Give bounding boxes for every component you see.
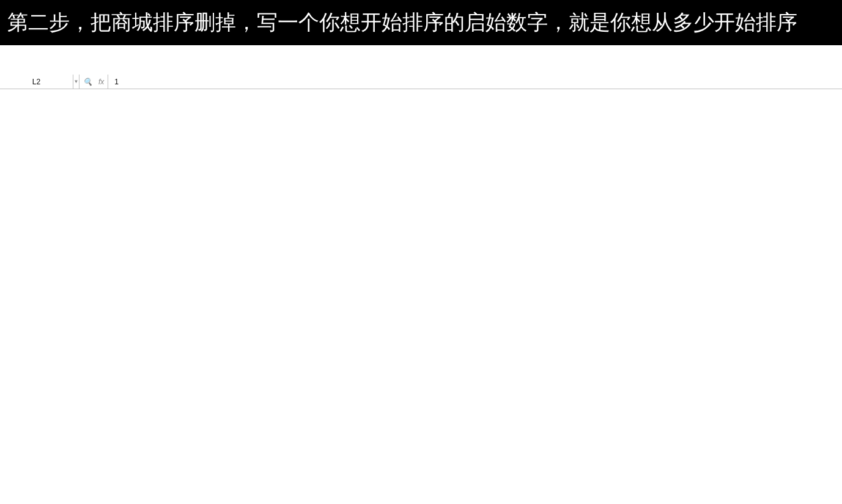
formula-bar: L2 ▼ 🔍 fx 1: [0, 75, 842, 89]
name-box[interactable]: L2: [0, 75, 73, 89]
instruction-banner: 第二步，把商城排序删掉，写一个你想开始排序的启始数字，就是你想从多少开始排序: [0, 0, 842, 45]
spacer: [0, 45, 842, 75]
fx-icon[interactable]: fx: [98, 78, 104, 86]
zoom-icon[interactable]: 🔍: [83, 78, 92, 86]
formula-value[interactable]: 1: [108, 78, 125, 86]
formula-bar-icons: 🔍 fx: [79, 75, 108, 89]
name-box-dropdown-icon[interactable]: ▼: [73, 75, 79, 89]
